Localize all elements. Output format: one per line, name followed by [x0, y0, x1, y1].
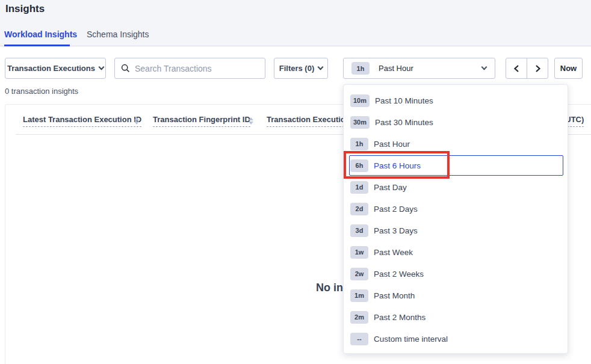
time-option-label: Past Week	[374, 248, 413, 257]
next-interval-button[interactable]	[527, 58, 548, 78]
time-option-badge: 3d	[350, 224, 368, 237]
time-option-label: Past 2 Months	[374, 313, 425, 322]
time-option-past-week[interactable]: 1w Past Week	[344, 241, 568, 263]
column-header-transaction-fingerprint-id[interactable]: Transaction Fingerprint ID	[153, 115, 250, 127]
time-option-past-month[interactable]: 1m Past Month	[344, 285, 568, 306]
sort-icon[interactable]	[134, 117, 139, 125]
page-title: Insights	[5, 3, 45, 15]
time-range-badge: 1h	[351, 62, 370, 75]
entity-select-dropdown[interactable]: Transaction Executions	[5, 58, 106, 79]
time-option-badge: --	[350, 333, 368, 345]
time-option-custom-time-interval[interactable]: -- Custom time interval	[344, 328, 568, 350]
search-box[interactable]	[114, 58, 265, 79]
now-button[interactable]: Now	[554, 58, 583, 79]
column-header-transaction-execution[interactable]: Transaction Execution	[267, 115, 350, 127]
time-option-badge: 30m	[350, 116, 370, 129]
time-option-label: Past 10 Minutes	[375, 96, 433, 105]
time-option-past-2-months[interactable]: 2m Past 2 Months	[344, 306, 568, 328]
chevron-down-icon	[99, 64, 105, 70]
time-option-past-3-days[interactable]: 3d Past 3 Days	[344, 220, 568, 241]
time-range-dropdown-menu: 10m Past 10 Minutes 30m Past 30 Minutes …	[343, 84, 568, 354]
chevron-down-icon	[481, 64, 487, 70]
chevron-down-icon	[318, 64, 324, 70]
time-option-badge: 6h	[350, 159, 368, 172]
time-option-past-10-minutes[interactable]: 10m Past 10 Minutes	[344, 90, 568, 111]
time-option-label: Past 2 Weeks	[374, 270, 424, 279]
time-option-past-hour[interactable]: 1h Past Hour	[344, 133, 568, 155]
active-tab-underline	[4, 45, 70, 46]
tab-schema-insights[interactable]: Schema Insights	[87, 29, 149, 39]
time-option-badge: 1d	[350, 181, 368, 194]
time-option-badge: 1m	[350, 289, 368, 302]
search-icon	[121, 64, 130, 73]
time-option-label: Past 30 Minutes	[375, 118, 433, 127]
time-option-label: Past Month	[374, 291, 415, 300]
time-pager	[506, 58, 548, 79]
time-option-label: Past 6 Hours	[374, 161, 421, 170]
page-header: Insights Workload Insights Schema Insigh…	[0, 0, 591, 46]
time-option-past-6-hours[interactable]: 6h Past 6 Hours	[349, 155, 563, 176]
previous-interval-button[interactable]	[506, 58, 527, 78]
time-option-badge: 10m	[350, 94, 370, 107]
time-range-picker[interactable]: 1h Past Hour	[343, 58, 495, 79]
search-input[interactable]	[135, 64, 259, 73]
column-header-latest-transaction-execution-id[interactable]: Latest Transaction Execution ID	[23, 115, 141, 127]
time-option-badge: 2d	[350, 203, 368, 215]
time-option-past-2-days[interactable]: 2d Past 2 Days	[344, 198, 568, 220]
filters-label: Filters (0)	[279, 64, 315, 73]
time-option-label: Custom time interval	[374, 335, 448, 344]
time-option-badge: 1w	[350, 246, 368, 259]
sort-icon[interactable]	[249, 117, 253, 125]
chevron-left-icon	[513, 64, 520, 73]
time-option-past-30-minutes[interactable]: 30m Past 30 Minutes	[344, 111, 568, 133]
filters-button[interactable]: Filters (0)	[274, 58, 328, 79]
time-option-badge: 1h	[350, 138, 368, 150]
entity-select-label: Transaction Executions	[7, 64, 95, 73]
time-range-label: Past Hour	[379, 64, 413, 73]
results-count: 0 transaction insights	[5, 87, 78, 96]
time-option-label: Past 3 Days	[374, 226, 418, 235]
time-option-past-2-weeks[interactable]: 2w Past 2 Weeks	[344, 263, 568, 285]
time-option-label: Past Day	[374, 183, 407, 192]
tab-workload-insights[interactable]: Workload Insights	[4, 29, 77, 39]
time-option-badge: 2m	[350, 311, 368, 324]
chevron-right-icon	[534, 64, 541, 73]
time-option-label: Past Hour	[374, 140, 410, 149]
time-option-badge: 2w	[350, 268, 368, 280]
time-option-label: Past 2 Days	[374, 205, 418, 214]
time-option-past-day[interactable]: 1d Past Day	[344, 176, 568, 198]
